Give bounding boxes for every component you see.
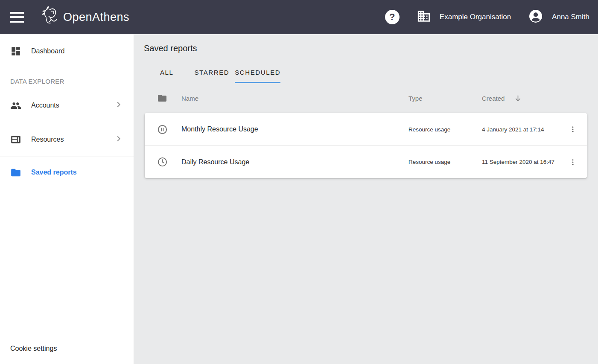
- account-menu[interactable]: Anna Smith: [528, 9, 589, 26]
- pause-circle-icon: [145, 124, 181, 135]
- chevron-right-icon: [114, 100, 123, 111]
- sidebar-section-label: DATA EXPLORER: [0, 78, 134, 85]
- organisation-switcher[interactable]: Example Organisation: [417, 9, 511, 25]
- sidebar-item-label: Resources: [31, 136, 114, 143]
- report-name: Monthly Resource Usage: [181, 125, 408, 133]
- column-header-type[interactable]: Type: [408, 95, 482, 102]
- user-name: Anna Smith: [552, 13, 589, 21]
- tab-scheduled[interactable]: SCHEDULED: [235, 69, 280, 83]
- dashboard-icon: [10, 46, 21, 57]
- openathens-logo-icon: [40, 5, 60, 29]
- column-header-name[interactable]: Name: [181, 95, 408, 102]
- account-avatar-icon: [528, 9, 543, 26]
- row-kebab-menu-icon[interactable]: [566, 155, 580, 169]
- report-type: Resource usage: [408, 126, 482, 133]
- chevron-right-icon: [114, 134, 123, 145]
- sidebar-item-label: Dashboard: [31, 47, 123, 55]
- table-row[interactable]: Daily Resource Usage Resource usage 11 S…: [145, 146, 587, 178]
- report-created: 11 September 2020 at 16:47: [482, 159, 565, 165]
- sidebar-item-resources[interactable]: Resources: [0, 129, 134, 150]
- sidebar-item-accounts[interactable]: Accounts: [0, 95, 134, 116]
- saved-reports-tabs: ALL STARRED SCHEDULED: [160, 69, 598, 83]
- sidebar-item-label: Saved reports: [31, 169, 123, 176]
- column-header-created-label: Created: [482, 95, 505, 102]
- clock-icon: [145, 157, 181, 167]
- column-header-created[interactable]: Created: [482, 94, 565, 102]
- folder-column-icon: [145, 93, 181, 103]
- cookie-settings-button[interactable]: Cookie settings: [10, 345, 57, 352]
- table-row[interactable]: Monthly Resource Usage Resource usage 4 …: [145, 113, 587, 146]
- tab-starred[interactable]: STARRED: [195, 69, 230, 83]
- tab-all[interactable]: ALL: [160, 69, 174, 83]
- reports-card: Monthly Resource Usage Resource usage 4 …: [145, 113, 587, 178]
- row-kebab-menu-icon[interactable]: [566, 122, 580, 136]
- top-app-bar: OpenAthens ? Example Organisation Anna S…: [0, 0, 598, 34]
- openathens-brand: OpenAthens: [40, 5, 129, 29]
- page-title: Saved reports: [144, 44, 598, 53]
- report-created: 4 January 2021 at 17:14: [482, 126, 565, 133]
- organisation-name: Example Organisation: [440, 13, 511, 21]
- organisation-building-icon: [417, 9, 431, 25]
- sidebar-divider: [0, 68, 134, 68]
- folder-icon: [10, 167, 21, 178]
- report-name: Daily Resource Usage: [181, 158, 408, 166]
- help-icon[interactable]: ?: [385, 10, 400, 24]
- main-content: Saved reports ALL STARRED SCHEDULED Name…: [134, 34, 598, 364]
- brand-wordmark: OpenAthens: [63, 11, 129, 24]
- people-icon: [10, 100, 21, 111]
- sidebar-divider: [0, 157, 134, 157]
- sidebar-item-dashboard[interactable]: Dashboard: [0, 40, 134, 63]
- table-header-row: Name Type Created: [145, 83, 587, 113]
- sidebar-item-saved-reports[interactable]: Saved reports: [0, 162, 134, 183]
- menu-icon[interactable]: [10, 12, 24, 23]
- report-type: Resource usage: [408, 159, 482, 165]
- sidebar-navigation: Dashboard DATA EXPLORER Accounts Resourc…: [0, 34, 134, 364]
- reports-table: Name Type Created: [145, 83, 587, 178]
- sort-descending-arrow-icon[interactable]: [514, 94, 522, 102]
- sidebar-item-label: Accounts: [31, 102, 114, 109]
- resources-layout-icon: [10, 134, 21, 145]
